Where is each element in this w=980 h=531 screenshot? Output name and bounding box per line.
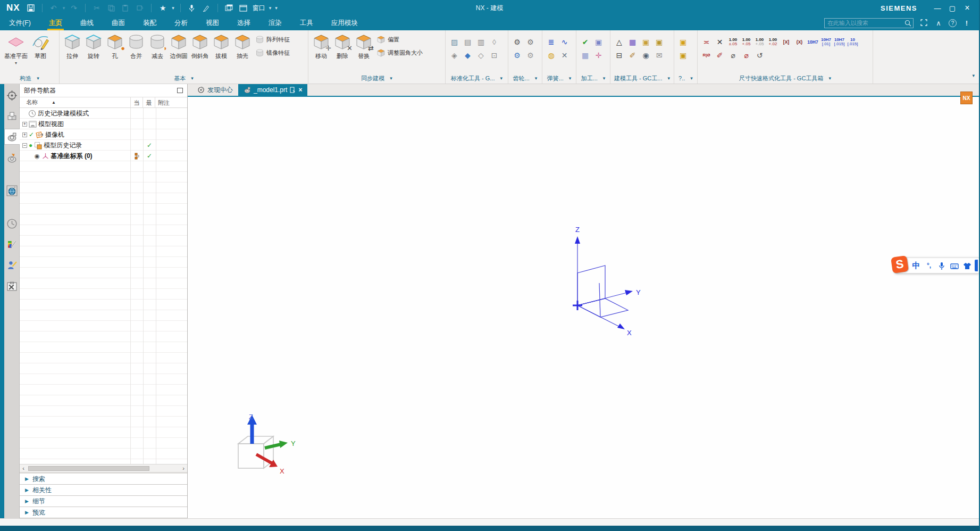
folder-link-icon[interactable]: ▣ — [652, 36, 666, 48]
bevel-gear-icon[interactable]: ⚙ — [524, 36, 537, 48]
section-dependencies[interactable]: ▶ 相关性 — [20, 485, 187, 496]
favorites-star-icon[interactable]: ★ — [157, 3, 168, 13]
minimize-button[interactable]: — — [931, 3, 944, 13]
assembly-navigator-icon[interactable] — [5, 87, 19, 103]
box-select-icon[interactable]: ⊟ — [613, 49, 626, 61]
tab-model1-prt[interactable]: _model1.prt × — [238, 84, 307, 96]
fit-10h7-icon[interactable]: 10H7 — [806, 36, 819, 48]
group-label-spring[interactable]: 弹簧... ▾ — [542, 73, 576, 84]
gear-mesh-icon[interactable]: ⚙ — [510, 49, 524, 61]
section-details[interactable]: ▶ 细节 — [20, 496, 187, 507]
constraint-navigator-icon[interactable] — [5, 108, 19, 124]
fit-10-tol-icon[interactable]: 10[.015] — [846, 36, 859, 48]
tol-upper-icon[interactable]: 1.00+.05 — [740, 36, 753, 48]
group-label-gear[interactable]: 齿轮... ▾ — [508, 73, 542, 84]
close-tab-icon[interactable]: × — [298, 86, 302, 94]
view-triad[interactable]: Z Y X — [228, 411, 307, 480]
menu-tab-file[interactable]: 文件(F) — [0, 16, 40, 31]
undo-dropdown-icon[interactable]: ▾ — [63, 5, 65, 11]
menu-tab-surface[interactable]: 曲面 — [103, 16, 134, 31]
menu-tab-home[interactable]: 主页 — [40, 16, 71, 31]
spring-washer-icon[interactable]: ◍ — [545, 49, 558, 61]
ribbon-options-chevron[interactable]: ▾ — [972, 73, 975, 78]
hole-button[interactable]: ● 孔 — [104, 32, 125, 61]
folder-add-icon[interactable]: ▣ — [639, 36, 652, 48]
delete-spring-icon[interactable]: ✕ — [558, 49, 571, 61]
expand-icon[interactable]: + — [22, 132, 27, 137]
group-label-gc-tools[interactable]: 建模工具 - GC工... ▾ — [610, 73, 674, 84]
navigator-horizontal-scrollbar[interactable]: ‹ › — [20, 464, 187, 472]
move-face-button[interactable]: ✛ 移动 — [311, 32, 332, 61]
yellow-blocks-icon[interactable]: ▣ — [676, 36, 690, 48]
paste-icon[interactable] — [120, 3, 131, 13]
stretch-spring-icon[interactable]: ∿ — [558, 36, 571, 48]
ime-toolbox-icon[interactable] — [975, 260, 978, 271]
layer-settings-icon[interactable]: ▥ — [474, 36, 488, 48]
menu-tab-assemblies[interactable]: 装配 — [134, 16, 165, 31]
section-search[interactable]: ▶ 搜索 — [20, 474, 187, 485]
redo-icon[interactable]: ↷ — [69, 3, 79, 13]
cut-icon[interactable]: ✂ — [91, 3, 102, 13]
alerts-icon[interactable]: ! — [962, 19, 971, 27]
export-part-icon[interactable]: ⊡ — [488, 49, 501, 61]
material-wand-icon[interactable] — [5, 236, 19, 252]
binoculars-icon[interactable]: ◉ — [639, 49, 652, 61]
menu-tab-analysis[interactable]: 分析 — [165, 16, 197, 31]
maximize-button[interactable]: ▢ — [946, 3, 959, 13]
group-label-dimension-format[interactable]: 尺寸快速格式化工具 - GC工具箱 ▾ — [698, 73, 873, 84]
triangle-icon[interactable]: △ — [613, 36, 626, 48]
scrollbar-thumb[interactable] — [28, 466, 149, 471]
cascade-windows-icon[interactable] — [224, 3, 234, 13]
attribute-sync-icon[interactable]: ▨ — [448, 36, 461, 48]
close-button[interactable]: × — [961, 3, 974, 13]
tab-discovery-center[interactable]: 发现中心 — [192, 84, 238, 96]
visibility-eye-icon[interactable]: ◉ — [35, 153, 40, 160]
nx-touch-badge[interactable]: NX — [960, 92, 973, 104]
window-layout-icon[interactable] — [238, 3, 249, 13]
undo-icon[interactable]: ↶ — [48, 3, 59, 13]
ime-punctuation-icon[interactable]: °, — [923, 262, 935, 269]
datum-plane-dropdown-icon[interactable]: ▾ — [15, 61, 17, 65]
undo-format-icon[interactable]: ↺ — [753, 49, 766, 61]
sogou-logo-icon[interactable]: S — [891, 255, 909, 273]
menu-tab-view[interactable]: 视图 — [197, 16, 228, 31]
reuse-library-icon[interactable] — [5, 150, 19, 165]
window-menu[interactable]: 窗口 — [253, 4, 265, 13]
save-icon[interactable] — [26, 3, 36, 13]
offset-region-button[interactable]: 偏置 — [376, 35, 423, 44]
datum-plane-button[interactable]: 基准平面 ▾ — [2, 32, 30, 67]
graphics-viewport[interactable]: Z Y X Z Y X — [188, 98, 979, 518]
revolve-button[interactable]: 旋转 — [83, 32, 104, 61]
menu-tab-application[interactable]: 应用模块 — [322, 16, 367, 31]
coil-spring-icon[interactable]: ≣ — [545, 36, 558, 48]
history-icon[interactable] — [5, 215, 19, 231]
help-icon[interactable]: ? — [949, 19, 957, 27]
collapse-icon[interactable]: − — [22, 143, 27, 148]
section-preview[interactable]: ▶ 预览 — [20, 507, 187, 518]
diameter-red-icon[interactable]: ⌀ — [740, 49, 753, 61]
timestamp-order-icon[interactable] — [135, 153, 139, 160]
tol-upper2-icon[interactable]: 1.00+.05 — [753, 36, 766, 48]
resize-blend-button[interactable]: 调整圆角大小 — [376, 48, 423, 57]
datum-csys-graphic[interactable]: Z Y X — [560, 225, 656, 339]
diameter-off-icon[interactable]: ⌀ — [726, 49, 740, 61]
menu-tab-selection[interactable]: 选择 — [228, 16, 259, 31]
pattern-feature-button[interactable]: 阵列特征 — [255, 35, 290, 44]
group-label-construct[interactable]: 构造 ▾ — [0, 73, 59, 84]
subtract-button[interactable]: ◗ 减去 — [147, 32, 168, 61]
menu-tab-tools[interactable]: 工具 — [291, 16, 322, 31]
group-label-standardize[interactable]: 标准化工具 - G... ▾ — [446, 73, 508, 84]
dim-prefix-icon[interactable]: R|Ø — [700, 49, 713, 61]
touch-mode-icon[interactable] — [201, 3, 212, 13]
window-menu-chevron[interactable]: ▾ — [269, 5, 272, 11]
tree-column-header[interactable]: 名称▲ 当 最 附注 — [20, 97, 187, 108]
check-icon[interactable]: ✓ — [29, 131, 34, 138]
tag-note-icon[interactable]: ◊ — [488, 36, 501, 48]
minimize-ribbon-icon[interactable]: ∧ — [934, 19, 943, 27]
process-card-icon[interactable]: ▣ — [592, 36, 605, 48]
fit-10h7-tol2-icon[interactable]: 10H7[.015] — [833, 36, 846, 48]
unite-button[interactable]: 合并 — [125, 32, 147, 61]
layer-stack-icon[interactable]: ▤ — [461, 36, 474, 48]
command-search-input[interactable]: 在此输入以搜索 — [824, 18, 914, 28]
dim-edit-pen-icon[interactable]: ✐ — [713, 49, 726, 61]
